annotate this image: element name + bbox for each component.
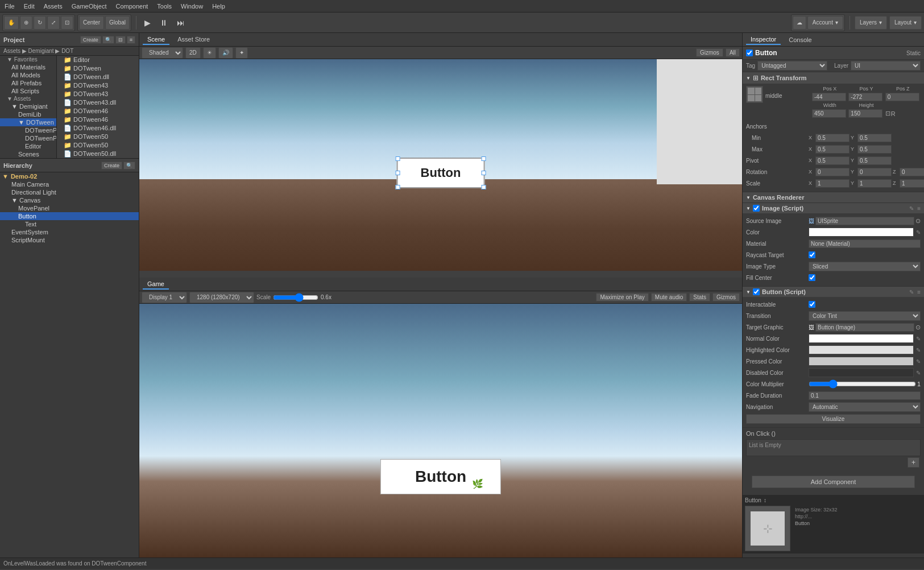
source-image-input[interactable] xyxy=(815,217,914,225)
all-prefabs[interactable]: All Prefabs xyxy=(0,79,56,87)
pivot-y-input[interactable] xyxy=(857,156,892,165)
navigation-select[interactable]: Automatic xyxy=(809,402,921,412)
handle-tl[interactable] xyxy=(396,156,400,161)
fade-duration-input[interactable] xyxy=(809,391,921,400)
image-options-icon[interactable]: ≡ xyxy=(917,205,921,212)
button-options-icon[interactable]: ≡ xyxy=(917,289,921,295)
menu-help[interactable]: Help xyxy=(208,2,230,11)
shade-mode-select[interactable]: Shaded xyxy=(142,47,183,59)
file-dotween[interactable]: 📁 DOTween xyxy=(57,64,139,73)
disabled-color-box[interactable] xyxy=(809,368,914,377)
image-type-select[interactable]: Sliced xyxy=(809,262,921,271)
lighting-btn[interactable]: ☀ xyxy=(203,47,216,59)
tag-select[interactable]: Untagged xyxy=(757,61,827,71)
menu-gameobject[interactable]: GameObject xyxy=(67,2,111,11)
height-input[interactable] xyxy=(848,109,882,118)
width-input[interactable] xyxy=(812,109,846,118)
scriptmount-item[interactable]: ScriptMount xyxy=(0,236,139,244)
file-dotween50b[interactable]: 📁 DOTween50 xyxy=(57,141,139,150)
game-tab[interactable]: Game xyxy=(143,279,169,290)
handle-mr[interactable] xyxy=(481,171,486,175)
material-input[interactable] xyxy=(809,239,921,248)
menu-edit[interactable]: Edit xyxy=(19,2,39,11)
button-script-header[interactable]: ▼ Button (Script) ✎ ≡ xyxy=(743,287,924,297)
all-scripts[interactable]: All Scripts xyxy=(0,87,56,95)
target-graphic-input[interactable] xyxy=(815,323,914,332)
rotate-tool[interactable]: ↻ xyxy=(34,16,46,30)
image-color-box[interactable] xyxy=(809,228,914,237)
scene-scrollbar[interactable] xyxy=(139,271,742,278)
image-color-edit[interactable]: ✎ xyxy=(916,229,921,236)
interactable-checkbox[interactable] xyxy=(809,301,815,308)
raycast-checkbox[interactable] xyxy=(809,251,815,258)
pause-button[interactable]: ⏸ xyxy=(156,17,171,28)
stats-btn[interactable]: Stats xyxy=(689,293,710,301)
scene-root[interactable]: ▼ Demo-02 xyxy=(0,172,139,180)
canvas-item[interactable]: ▼ Canvas xyxy=(0,196,139,204)
normal-color-box[interactable] xyxy=(809,334,914,343)
maximize-on-play-btn[interactable]: Maximize on Play xyxy=(596,293,648,301)
cloud-btn[interactable]: ☁ xyxy=(793,16,806,30)
scene-tab[interactable]: Scene xyxy=(143,35,169,45)
project-create-btn[interactable]: Create xyxy=(80,36,101,44)
asset-store-tab[interactable]: Asset Store xyxy=(173,35,214,45)
2d-btn[interactable]: 2D xyxy=(185,47,201,59)
target-graphic-pick-btn[interactable]: ⊙ xyxy=(915,324,921,331)
main-camera[interactable]: Main Camera xyxy=(0,180,139,188)
center-btn[interactable]: Center xyxy=(79,16,104,30)
scale-x-input[interactable] xyxy=(815,179,850,188)
object-enabled-checkbox[interactable] xyxy=(746,49,753,56)
display-select[interactable]: Display 1 xyxy=(142,292,187,303)
button-enabled-checkbox[interactable] xyxy=(753,288,760,295)
dotweenp2-folder[interactable]: DOTweenP xyxy=(0,134,56,142)
project-search-icon[interactable]: 🔍 xyxy=(102,36,114,44)
button-item[interactable]: Button xyxy=(0,212,139,220)
pos-x-input[interactable] xyxy=(812,93,846,101)
step-button[interactable]: ⏭ xyxy=(173,17,188,28)
fill-center-checkbox[interactable] xyxy=(809,274,815,281)
file-dotween50[interactable]: 📁 DOTween50 xyxy=(57,133,139,141)
pressed-color-box[interactable] xyxy=(809,357,914,366)
play-button[interactable]: ▶ xyxy=(141,17,154,28)
hierarchy-create-btn[interactable]: Create xyxy=(101,162,122,170)
account-dropdown[interactable]: Account ▾ xyxy=(807,16,843,30)
anchor-min-x-input[interactable] xyxy=(815,134,850,142)
file-editor[interactable]: 📁 Editor xyxy=(57,56,139,64)
scenes-folder[interactable]: Scenes xyxy=(0,150,56,158)
directional-light[interactable]: Directional Light xyxy=(0,188,139,196)
project-options-btn[interactable]: ≡ xyxy=(127,36,135,44)
visualize-btn[interactable]: Visualize xyxy=(746,414,921,424)
menu-assets[interactable]: Assets xyxy=(39,2,67,11)
file-dotweendll[interactable]: 📄 DOTween.dll xyxy=(57,73,139,81)
constraint-r-btn[interactable]: R xyxy=(891,109,896,118)
all-btn[interactable]: All xyxy=(726,48,740,57)
menu-component[interactable]: Component xyxy=(111,2,152,11)
add-component-btn[interactable]: Add Component xyxy=(752,476,915,488)
pos-z-input[interactable] xyxy=(885,93,919,101)
demilib-folder[interactable]: DemiLib xyxy=(0,110,56,118)
file-dotween43[interactable]: 📁 DOTween43 xyxy=(57,81,139,90)
file-dotween50dll[interactable]: 📄 DOTween50.dll xyxy=(57,150,139,158)
file-dotween46b[interactable]: 📁 DOTween46 xyxy=(57,115,139,124)
text-item[interactable]: Text xyxy=(0,220,139,228)
project-collapse-btn[interactable]: ⊟ xyxy=(115,36,126,44)
fx-btn[interactable]: ✦ xyxy=(235,47,248,59)
source-image-pick-btn[interactable]: ⊙ xyxy=(915,217,921,225)
rotation-x-input[interactable] xyxy=(815,168,850,176)
pos-y-input[interactable] xyxy=(848,93,882,101)
anchor-max-x-input[interactable] xyxy=(815,145,850,154)
scale-y-input[interactable] xyxy=(857,179,892,188)
handle-br[interactable] xyxy=(481,185,486,189)
pressed-color-edit[interactable]: ✎ xyxy=(916,358,921,365)
menu-window[interactable]: Window xyxy=(176,2,208,11)
movepanel-item[interactable]: MovePanel xyxy=(0,204,139,212)
handle-bl[interactable] xyxy=(396,185,400,189)
rect-transform-header[interactable]: ▼ ⊞ Rect Transform xyxy=(743,72,924,84)
gizmos-btn[interactable]: Gizmos xyxy=(696,48,723,57)
all-models[interactable]: All Models xyxy=(0,71,56,79)
file-dotween43dll[interactable]: 📄 DOTween43.dll xyxy=(57,98,139,107)
anchor-max-y-input[interactable] xyxy=(857,145,892,154)
layer-select[interactable]: UI xyxy=(851,61,921,71)
file-dotween43b[interactable]: 📁 DOTween43 xyxy=(57,90,139,98)
resolution-select[interactable]: 1280 (1280x720) xyxy=(189,292,254,303)
